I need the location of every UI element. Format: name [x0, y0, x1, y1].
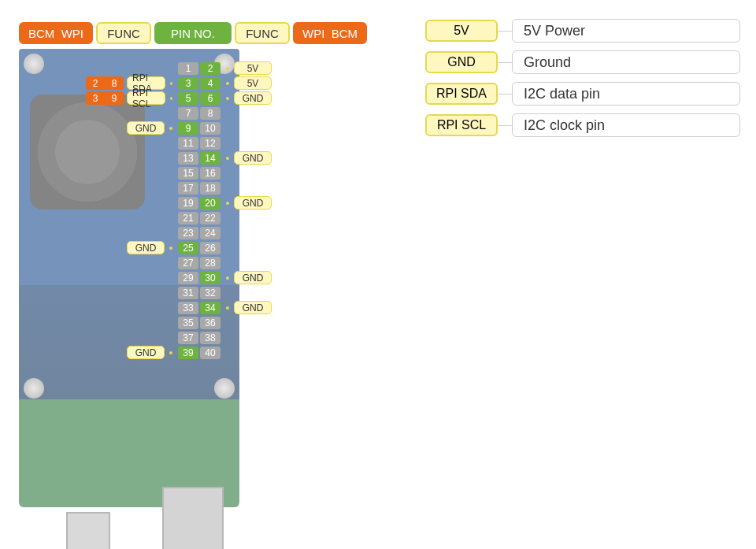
legend-dash	[498, 31, 512, 32]
legend-desc: 5V Power	[512, 19, 740, 43]
legend-desc: I2C clock pin	[512, 113, 740, 137]
pin-left-stack: GND	[127, 345, 177, 360]
dot-icon	[226, 276, 229, 280]
pin-func: GND	[234, 301, 272, 314]
legend-key: RPI SCL	[425, 114, 498, 136]
pin-row: 3940GND	[177, 345, 221, 360]
pin-row: 910GND	[177, 121, 221, 135]
pin-number: 10	[200, 122, 220, 135]
pin-left-stack: GND	[127, 121, 177, 135]
pin-number: 24	[200, 227, 220, 239]
pin-func: GND	[234, 151, 272, 165]
pin-left-stack: RPI SDA28	[86, 76, 177, 91]
pin-number: 36	[200, 317, 220, 329]
pin-func: GND	[127, 241, 165, 254]
pin-number: 35	[178, 317, 198, 329]
pin-number: 2	[200, 62, 220, 75]
pin-number: 40	[200, 347, 220, 359]
dot-icon	[226, 202, 229, 205]
legend-key: GND	[425, 51, 498, 73]
legend-row: RPI SCL I2C clock pin	[425, 113, 740, 137]
ethernet-port	[162, 487, 224, 549]
dot-icon	[169, 351, 172, 354]
pin-row: 125V	[177, 61, 221, 76]
pin-number: 7	[178, 107, 198, 120]
hdr-func-right: FUNC	[235, 22, 290, 44]
pin-row: 1516	[177, 165, 221, 180]
bcm-wpi-pair: 28	[86, 76, 124, 90]
pin-row: 3334GND	[177, 300, 221, 315]
pin-number: 14	[200, 152, 220, 165]
pin-row: 78	[177, 106, 221, 121]
pin-number: 39	[178, 347, 198, 359]
pin-header: 125V34RPI SDA285V56RPI SCL39GND78910GND1…	[177, 61, 221, 360]
pin-number: 6	[200, 92, 220, 105]
pin-number: 19	[178, 197, 198, 210]
pin-bcm: 3	[86, 91, 105, 105]
bcm-wpi-pair: 39	[86, 91, 124, 105]
fan-icon	[30, 95, 145, 210]
pin-number: 3	[178, 77, 198, 90]
pin-number: 21	[178, 212, 198, 224]
pin-row: 1112	[177, 135, 221, 150]
pin-number: 18	[200, 182, 220, 195]
pin-row: 34RPI SDA285V	[177, 76, 221, 91]
dot-icon	[169, 247, 172, 250]
legend-dash	[498, 125, 512, 126]
standoff-icon	[24, 378, 44, 399]
usb-port	[66, 512, 110, 549]
pin-number: 15	[178, 167, 198, 180]
legend-desc: Ground	[512, 50, 740, 74]
header-row: BCM WPI FUNC PIN NO. FUNC WPI BCM	[19, 22, 367, 44]
pin-number: 11	[178, 137, 198, 150]
hdr-wpi-bcm-right: WPI BCM	[293, 22, 367, 44]
pin-func: RPI SCL	[127, 91, 165, 105]
pin-func: GND	[234, 271, 272, 284]
pin-number: 29	[178, 272, 198, 284]
pin-right-stack: 5V	[221, 61, 272, 76]
legend-row: RPI SDA I2C data pin	[425, 82, 740, 106]
pin-func: GND	[127, 121, 165, 135]
pin-number: 34	[200, 302, 220, 314]
dot-icon	[226, 306, 229, 310]
hdr-pinno: PIN NO.	[154, 22, 232, 44]
pin-number: 30	[200, 272, 220, 284]
pin-number: 16	[200, 167, 220, 180]
pin-number: 37	[178, 332, 198, 344]
pin-number: 22	[200, 212, 220, 224]
legend-row: 5V 5V Power	[425, 19, 740, 43]
standoff-icon	[214, 378, 235, 399]
pin-row: 1718	[177, 180, 221, 195]
pin-number: 12	[200, 137, 220, 150]
pin-right-stack: GND	[221, 150, 272, 165]
dot-icon	[226, 157, 229, 160]
pin-row: 2728	[177, 255, 221, 270]
pin-right-stack: GND	[221, 270, 272, 285]
dot-icon	[226, 82, 229, 85]
pin-number: 28	[200, 257, 220, 269]
pin-number: 25	[178, 242, 198, 254]
dot-icon	[170, 82, 172, 85]
pin-row: 2324	[177, 225, 221, 240]
pin-func: GND	[127, 346, 165, 359]
pin-left-stack: GND	[127, 240, 177, 255]
pin-left-stack: RPI SCL39	[86, 91, 177, 106]
pin-func: GND	[234, 196, 272, 210]
pin-func: GND	[234, 91, 272, 105]
legend: 5V 5V Power GND Ground RPI SDA I2C data …	[425, 19, 740, 145]
pin-number: 23	[178, 227, 198, 239]
hdr-bcm-r: BCM	[332, 27, 358, 40]
pin-right-stack: 5V	[221, 76, 272, 91]
pin-number: 33	[178, 302, 198, 314]
pin-number: 9	[178, 122, 198, 135]
dot-icon	[169, 127, 172, 130]
pin-number: 32	[200, 287, 220, 299]
pin-right-stack: GND	[221, 195, 272, 210]
dot-icon	[226, 67, 229, 70]
pin-number: 20	[200, 197, 220, 210]
pin-row: 2122	[177, 210, 221, 225]
pin-number: 13	[178, 152, 198, 165]
pin-number: 1	[178, 62, 198, 75]
pin-right-stack: GND	[221, 91, 272, 106]
legend-dash	[498, 62, 512, 63]
